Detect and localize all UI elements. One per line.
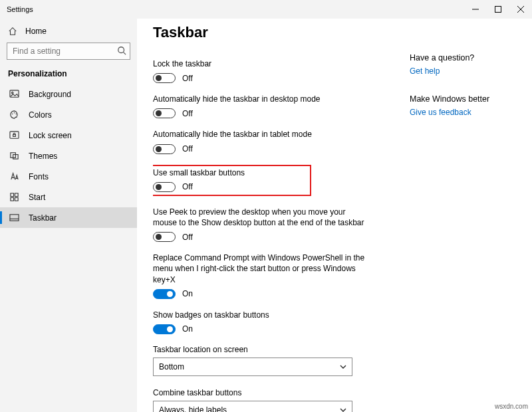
- rail-heading: Make Windows better: [410, 94, 489, 104]
- search-icon: [117, 46, 126, 55]
- svg-rect-12: [13, 135, 16, 137]
- toggle-powershell[interactable]: [153, 289, 176, 299]
- search-wrap: [7, 43, 130, 60]
- chevron-down-icon: [340, 363, 346, 370]
- svg-rect-1: [495, 7, 501, 13]
- setting-small-buttons: Use small taskbar buttons Off: [153, 165, 311, 196]
- maximize-icon: [495, 6, 501, 13]
- palette-icon: [9, 110, 19, 120]
- dropdown-value: Always, hide labels: [159, 405, 227, 412]
- minimize-icon: [472, 6, 479, 13]
- sidebar-item-start[interactable]: Start: [0, 187, 137, 207]
- toggle-state: Off: [182, 144, 193, 154]
- window-buttons: [464, 0, 532, 19]
- chevron-down-icon: [340, 407, 346, 412]
- toggle-state: Off: [182, 74, 193, 83]
- maximize-button[interactable]: [487, 0, 509, 19]
- svg-rect-15: [11, 193, 14, 197]
- toggle-autohide-tablet[interactable]: [153, 144, 176, 154]
- themes-icon: [9, 151, 19, 161]
- sidebar-item-label: Taskbar: [29, 213, 57, 223]
- dropdown-taskbar-location[interactable]: Bottom: [153, 358, 352, 376]
- search-input[interactable]: [7, 43, 130, 60]
- toggle-badges[interactable]: [153, 324, 176, 334]
- svg-rect-17: [11, 197, 14, 201]
- taskbar-icon: [9, 213, 19, 223]
- dropdown-label-location: Taskbar location on screen: [153, 345, 371, 354]
- toggle-state: On: [182, 289, 193, 298]
- sidebar-item-label: Themes: [29, 152, 57, 161]
- setting-autohide-desktop: Automatically hide the taskbar in deskto…: [153, 94, 371, 118]
- svg-rect-18: [15, 197, 18, 201]
- toggle-small-buttons[interactable]: [153, 182, 176, 192]
- close-button[interactable]: [509, 0, 532, 19]
- nav-list: Background Colors Lock screen Themes Fon…: [0, 84, 137, 228]
- setting-label: Lock the taskbar: [153, 58, 371, 69]
- sidebar-item-label: Start: [29, 193, 45, 202]
- setting-lock-taskbar: Lock the taskbar Off: [153, 58, 371, 83]
- right-rail: Have a question? Get help Make Windows b…: [378, 23, 489, 412]
- picture-icon: [9, 89, 19, 99]
- get-help-link[interactable]: Get help: [410, 66, 489, 76]
- sidebar-item-label: Colors: [29, 110, 52, 120]
- titlebar: Settings: [0, 0, 532, 19]
- sidebar-item-background[interactable]: Background: [0, 84, 137, 104]
- minimize-button[interactable]: [464, 0, 487, 19]
- main: Taskbar Lock the taskbar Off Automatical…: [137, 19, 532, 412]
- rail-question: Have a question? Get help: [410, 53, 489, 76]
- lockscreen-icon: [9, 130, 19, 140]
- toggle-lock-taskbar[interactable]: [153, 73, 176, 83]
- setting-label: Automatically hide the taskbar in tablet…: [153, 129, 371, 140]
- svg-point-8: [12, 114, 13, 115]
- sidebar-item-label: Fonts: [29, 172, 49, 181]
- svg-point-4: [118, 47, 124, 53]
- setting-label: Automatically hide the taskbar in deskto…: [153, 94, 371, 104]
- svg-rect-19: [10, 215, 19, 221]
- toggle-state: Off: [182, 109, 193, 118]
- toggle-state: On: [182, 324, 193, 334]
- page-title: Taskbar: [153, 24, 371, 41]
- dropdown-label-combine: Combine taskbar buttons: [153, 388, 371, 397]
- setting-label: Use Peek to preview the desktop when you…: [153, 207, 371, 228]
- feedback-link[interactable]: Give us feedback: [410, 108, 489, 117]
- fonts-icon: [9, 171, 19, 181]
- category-label: Personalization: [0, 68, 137, 84]
- sidebar-item-label: Background: [29, 90, 71, 99]
- home-label: Home: [25, 27, 47, 36]
- toggle-state: Off: [182, 182, 193, 191]
- svg-point-7: [11, 92, 13, 93]
- home-button[interactable]: Home: [0, 23, 137, 43]
- svg-point-9: [14, 112, 15, 114]
- setting-powershell: Replace Command Prompt with Windows Powe…: [153, 253, 371, 299]
- toggle-autohide-desktop[interactable]: [153, 108, 176, 118]
- window-title: Settings: [0, 5, 33, 13]
- setting-autohide-tablet: Automatically hide the taskbar in tablet…: [153, 129, 371, 154]
- sidebar-item-lock-screen[interactable]: Lock screen: [0, 125, 137, 146]
- sidebar-item-taskbar[interactable]: Taskbar: [0, 207, 137, 228]
- content-scroll[interactable]: Taskbar Lock the taskbar Off Automatical…: [153, 23, 378, 412]
- home-icon: [8, 27, 17, 36]
- svg-point-10: [16, 114, 17, 115]
- dropdown-value: Bottom: [159, 362, 184, 371]
- sidebar-item-themes[interactable]: Themes: [0, 146, 137, 166]
- dropdown-combine-buttons[interactable]: Always, hide labels: [153, 401, 352, 412]
- rail-feedback: Make Windows better Give us feedback: [410, 94, 489, 117]
- setting-label: Show badges on taskbar buttons: [153, 310, 371, 320]
- rail-heading: Have a question?: [410, 53, 489, 62]
- setting-label: Replace Command Prompt with Windows Powe…: [153, 253, 371, 285]
- svg-line-5: [124, 52, 126, 55]
- sidebar: Home Personalization Background Colors L…: [0, 19, 137, 412]
- sidebar-item-label: Lock screen: [29, 131, 72, 140]
- toggle-state: Off: [182, 233, 193, 242]
- setting-label: Use small taskbar buttons: [153, 167, 306, 178]
- svg-rect-16: [15, 193, 18, 197]
- setting-peek: Use Peek to preview the desktop when you…: [153, 207, 371, 242]
- sidebar-item-fonts[interactable]: Fonts: [0, 166, 137, 187]
- toggle-peek[interactable]: [153, 232, 176, 242]
- sidebar-item-colors[interactable]: Colors: [0, 104, 137, 125]
- setting-badges: Show badges on taskbar buttons On: [153, 310, 371, 334]
- start-icon: [9, 192, 19, 202]
- watermark: wsxdn.com: [495, 403, 528, 410]
- close-icon: [517, 6, 524, 13]
